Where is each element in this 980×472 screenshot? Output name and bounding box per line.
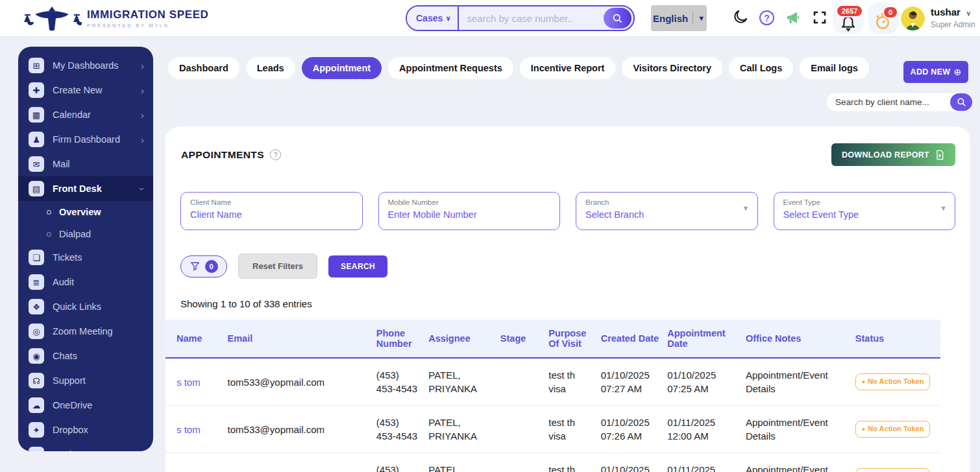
sidebar-item-label: OneDrive bbox=[53, 400, 144, 410]
status-badge[interactable]: ●No Action Token bbox=[855, 421, 931, 437]
chevron-down-icon: ∨ bbox=[966, 9, 971, 17]
status-badge[interactable]: ●No Action Token bbox=[855, 373, 931, 390]
sidebar-item-my-dashboards[interactable]: ⊞ My Dashboards › bbox=[18, 53, 153, 78]
plus-circle-icon: ⊕ bbox=[953, 67, 961, 77]
sidebar-item-create-new[interactable]: ✚ Create New › bbox=[18, 78, 153, 102]
tab-email-logs[interactable]: Email logs bbox=[800, 57, 869, 79]
sidebar-item-label: Chats bbox=[53, 351, 144, 361]
notifications-button[interactable]: 2657 bbox=[833, 3, 864, 34]
sidebar-item-dialpad[interactable]: Dialpad bbox=[18, 223, 153, 245]
download-report-button[interactable]: DOWNLOAD REPORT bbox=[831, 143, 955, 166]
help-icon[interactable]: ? bbox=[270, 149, 281, 160]
firm-dashboard-icon: ♟ bbox=[29, 132, 44, 147]
cell-name[interactable]: s tom bbox=[165, 406, 228, 453]
fullscreen-button[interactable] bbox=[812, 10, 827, 28]
tab-leads[interactable]: Leads bbox=[246, 57, 295, 79]
event-type-select[interactable] bbox=[783, 209, 929, 220]
case-search-input[interactable] bbox=[459, 13, 604, 24]
client-search-button[interactable] bbox=[950, 93, 972, 111]
column-header-stage[interactable]: Stage bbox=[500, 320, 548, 358]
client-name-input[interactable] bbox=[190, 209, 336, 220]
column-header-email[interactable]: Email bbox=[228, 320, 376, 358]
search-button[interactable]: SEARCH bbox=[328, 255, 387, 277]
case-search-button[interactable] bbox=[604, 8, 631, 29]
dropdown-arrow-icon[interactable]: ▼ bbox=[940, 204, 947, 212]
table-header-row: Name Email Phone Number Assignee Stage P… bbox=[165, 320, 940, 358]
appointments-table: Name Email Phone Number Assignee Stage P… bbox=[165, 320, 940, 472]
megaphone-icon bbox=[785, 10, 801, 25]
entries-summary: Showing 1 to 10 of 338 entries bbox=[180, 298, 970, 309]
column-header-office-notes[interactable]: Office Notes bbox=[746, 320, 855, 358]
tab-call-logs[interactable]: Call Logs bbox=[729, 57, 793, 79]
mobile-number-input[interactable] bbox=[388, 209, 534, 220]
dropdown-arrow-icon[interactable]: ▼ bbox=[742, 204, 750, 212]
cell-purpose: test th visa bbox=[548, 358, 600, 406]
sidebar-item-audit[interactable]: ≣ Audit bbox=[18, 270, 153, 294]
column-header-assignee[interactable]: Assignee bbox=[428, 320, 500, 358]
add-new-button[interactable]: ADD NEW ⊕ bbox=[903, 61, 968, 83]
cell-phone: (453) 453-4543 bbox=[376, 453, 428, 472]
client-search-input[interactable] bbox=[835, 97, 950, 107]
sidebar-item-support[interactable]: ☊ Support bbox=[18, 368, 153, 393]
sidebar-item-tickets[interactable]: ❏ Tickets bbox=[18, 245, 153, 270]
support-icon: ☊ bbox=[29, 373, 44, 388]
announcements-button[interactable] bbox=[785, 10, 801, 28]
column-header-status[interactable]: Status bbox=[855, 320, 940, 358]
bullet-icon bbox=[47, 232, 51, 237]
brand-title: IMMIGRATION SPEED bbox=[87, 9, 208, 20]
sidebar-item-front-desk[interactable]: ▤ Front Desk › bbox=[18, 176, 153, 201]
cell-email: tom533@yopmail.com bbox=[228, 406, 376, 453]
help-icon: ? bbox=[759, 10, 774, 25]
column-header-phone[interactable]: Phone Number bbox=[376, 320, 428, 358]
sidebar-item-quick-links[interactable]: ❖ Quick Links bbox=[18, 294, 153, 319]
tab-appointment[interactable]: Appointment bbox=[302, 57, 382, 79]
column-header-created-date[interactable]: Created Date bbox=[601, 320, 668, 358]
search-category-dropdown[interactable]: Cases ∨ bbox=[407, 6, 459, 30]
brand-logo[interactable]: IMMIGRATION SPEED PRESENTED BY MYLS bbox=[22, 4, 208, 33]
sidebar-item-settings[interactable]: ⚙ Settings bbox=[18, 442, 153, 451]
tab-incentive-report[interactable]: Incentive Report bbox=[520, 57, 616, 79]
sidebar-item-dropbox[interactable]: ✦ Dropbox bbox=[18, 418, 153, 442]
reset-filters-button[interactable]: Reset Filters bbox=[238, 254, 317, 279]
language-selector[interactable]: English ▼ bbox=[651, 5, 707, 31]
tab-visitors-directory[interactable]: Visitors Directory bbox=[622, 57, 722, 79]
calendar-icon: ▦ bbox=[29, 107, 44, 123]
sidebar-item-overview[interactable]: Overview bbox=[18, 201, 153, 223]
onedrive-icon: ☁ bbox=[29, 397, 44, 413]
cell-office-notes: Appointment/Event Details bbox=[746, 358, 855, 406]
cell-name[interactable]: s tom bbox=[165, 453, 228, 472]
fullscreen-icon bbox=[812, 10, 827, 25]
filter-count-badge: 0 bbox=[205, 260, 218, 273]
column-header-purpose[interactable]: Purpose Of Visit bbox=[548, 320, 600, 358]
tab-appointment-requests[interactable]: Appointment Requests bbox=[388, 57, 513, 79]
sidebar-item-mail[interactable]: ✉ Mail bbox=[18, 152, 153, 176]
cell-phone: (453) 453-4543 bbox=[376, 358, 428, 406]
cell-stage bbox=[500, 453, 548, 472]
chevron-right-icon: › bbox=[141, 110, 144, 121]
reminders-button[interactable]: 0 bbox=[868, 3, 899, 34]
active-filters-button[interactable]: 0 bbox=[180, 255, 227, 277]
user-menu[interactable]: tushar ∨ Super Admin bbox=[901, 6, 975, 30]
sidebar-item-onedrive[interactable]: ☁ OneDrive bbox=[18, 393, 153, 418]
column-header-name[interactable]: Name bbox=[165, 320, 228, 358]
settings-icon: ⚙ bbox=[29, 447, 44, 451]
chats-icon: ◉ bbox=[29, 348, 44, 364]
cell-stage bbox=[500, 358, 548, 406]
branch-select[interactable] bbox=[585, 209, 731, 220]
sidebar-item-zoom-meeting[interactable]: ◎ Zoom Meeting bbox=[18, 319, 153, 344]
appointments-table-wrap: Name Email Phone Number Assignee Stage P… bbox=[165, 320, 940, 472]
sidebar-item-chats[interactable]: ◉ Chats bbox=[18, 344, 153, 368]
status-dot-icon: ● bbox=[862, 379, 865, 385]
status-badge[interactable]: ●No Action Token bbox=[855, 468, 931, 472]
dark-mode-toggle[interactable] bbox=[732, 8, 749, 28]
tab-dashboard[interactable]: Dashboard bbox=[168, 57, 239, 79]
cell-name[interactable]: s tom bbox=[165, 358, 228, 406]
help-button[interactable]: ? bbox=[759, 10, 774, 25]
sidebar-item-calendar[interactable]: ▦ Calendar › bbox=[18, 102, 153, 127]
column-header-appointment-date[interactable]: Appointment Date bbox=[667, 320, 746, 358]
sidebar-item-label: Dialpad bbox=[59, 229, 153, 239]
sidebar-item-firm-dashboard[interactable]: ♟ Firm Dashboard › bbox=[18, 127, 153, 152]
chevron-down-icon: ▼ bbox=[698, 14, 705, 22]
sidebar-item-label: Calendar bbox=[53, 110, 141, 120]
brand-subtitle: PRESENTED BY MYLS bbox=[87, 23, 208, 29]
